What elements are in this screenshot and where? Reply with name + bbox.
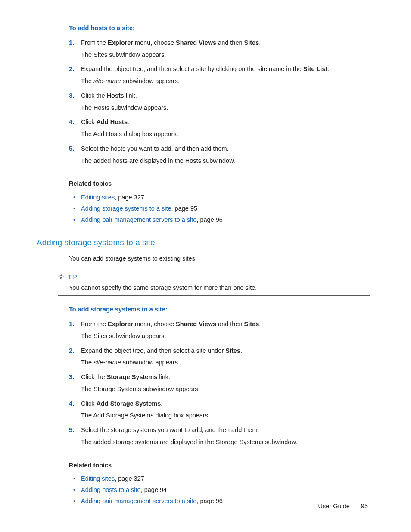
step: 3. Click the Storage Systems link. The S… xyxy=(69,373,370,399)
step-text: Expand the object tree, and then select … xyxy=(81,346,370,356)
step: 5. Select the hosts you want to add, and… xyxy=(69,144,370,171)
step-result: The Add Storage Systems dialog box appea… xyxy=(81,411,370,420)
step-text: Click Add Hosts. xyxy=(81,118,370,127)
step-number: 5. xyxy=(69,144,74,154)
step-text: From the Explorer menu, choose Shared Vi… xyxy=(81,320,370,329)
procedure-title: To add hosts to a site: xyxy=(69,24,370,33)
step-number: 4. xyxy=(69,118,74,127)
step-result: The added storage systems are displayed … xyxy=(81,438,370,447)
step-number: 3. xyxy=(69,373,74,382)
related-topics-heading: Related topics xyxy=(69,461,370,470)
step-text: Click the Hosts link. xyxy=(81,91,370,101)
step-result: The Storage Systems subwindow appears. xyxy=(81,385,370,394)
procedure-steps: 1. From the Explorer menu, choose Shared… xyxy=(69,38,370,171)
svg-rect-1 xyxy=(61,278,62,279)
section-intro: You can add storage systems to existing … xyxy=(69,254,370,264)
related-item: Editing sites, page 327 xyxy=(69,474,370,484)
step-number: 2. xyxy=(69,346,74,356)
divider xyxy=(58,271,370,271)
page: To add hosts to a site: 1. From the Expl… xyxy=(0,0,411,532)
svg-line-3 xyxy=(59,275,59,275)
divider xyxy=(58,295,370,296)
step-text: Click the Storage Systems link. xyxy=(81,373,370,382)
procedure-title: To add storage systems to a site: xyxy=(69,305,370,314)
step-text: Click Add Storage Systems. xyxy=(81,399,370,409)
step: 2. Expand the object tree, and then sele… xyxy=(69,346,370,373)
step: 1. From the Explorer menu, choose Shared… xyxy=(69,38,370,65)
step-result: The site-name subwindow appears. xyxy=(81,358,370,367)
tip-text: You cannot specify the same storage syst… xyxy=(69,283,370,293)
step-text: Expand the object tree, and then select … xyxy=(81,65,370,74)
step-text: Select the hosts you want to add, and th… xyxy=(81,144,370,154)
step-result: The Hosts subwindow appears. xyxy=(81,103,370,113)
step-result: The Sites subwindow appears. xyxy=(81,332,370,341)
lightbulb-icon xyxy=(58,274,64,280)
related-topics-list: Editing sites, page 327 Adding storage s… xyxy=(69,193,370,224)
page-number: 95 xyxy=(361,503,368,510)
step-number: 1. xyxy=(69,38,74,48)
step: 5. Select the storage systems you want t… xyxy=(69,426,370,452)
tip-label: TIP: xyxy=(68,273,79,282)
related-item: Adding hosts to a site, page 94 xyxy=(69,485,370,495)
step-number: 4. xyxy=(69,399,74,409)
related-item: Editing sites, page 327 xyxy=(69,193,370,202)
related-topics-list: Editing sites, page 327 Adding hosts to … xyxy=(69,474,370,506)
related-item: Adding storage systems to a site, page 9… xyxy=(69,204,370,214)
step-result: The site-name subwindow appears. xyxy=(81,77,370,86)
step-number: 5. xyxy=(69,426,74,435)
related-item: Adding pair management servers to a site… xyxy=(69,215,370,225)
svg-line-4 xyxy=(63,275,63,275)
page-footer: User Guide 95 xyxy=(318,502,368,511)
step: 4. Click Add Storage Systems. The Add St… xyxy=(69,399,370,426)
tip-block: TIP: You cannot specify the same storage… xyxy=(58,271,370,296)
step: 2. Expand the object tree, and then sele… xyxy=(69,65,370,91)
related-link[interactable]: Adding storage systems to a site xyxy=(81,205,171,212)
related-link[interactable]: Adding pair management servers to a site xyxy=(81,216,196,223)
step-number: 1. xyxy=(69,320,74,329)
procedure-steps: 1. From the Explorer menu, choose Shared… xyxy=(69,320,370,452)
section-heading: Adding storage systems to a site xyxy=(37,236,370,249)
related-link[interactable]: Editing sites xyxy=(81,475,115,482)
step-number: 2. xyxy=(69,65,74,74)
step-text: Select the storage systems you want to a… xyxy=(81,426,370,435)
related-link[interactable]: Adding pair management servers to a site xyxy=(81,498,196,504)
step: 3. Click the Hosts link. The Hosts subwi… xyxy=(69,91,370,118)
step: 1. From the Explorer menu, choose Shared… xyxy=(69,320,370,346)
related-topics-heading: Related topics xyxy=(69,179,370,189)
step-number: 3. xyxy=(69,91,74,101)
footer-label: User Guide xyxy=(318,503,349,510)
related-link[interactable]: Editing sites xyxy=(81,194,115,201)
step: 4. Click Add Hosts. The Add Hosts dialog… xyxy=(69,118,370,144)
related-link[interactable]: Adding hosts to a site xyxy=(81,486,141,493)
step-result: The added hosts are displayed in the Hos… xyxy=(81,156,370,166)
svg-point-0 xyxy=(60,275,62,278)
step-result: The Add Hosts dialog box appears. xyxy=(81,130,370,139)
step-result: The Sites subwindow appears. xyxy=(81,50,370,60)
step-text: From the Explorer menu, choose Shared Vi… xyxy=(81,38,370,48)
